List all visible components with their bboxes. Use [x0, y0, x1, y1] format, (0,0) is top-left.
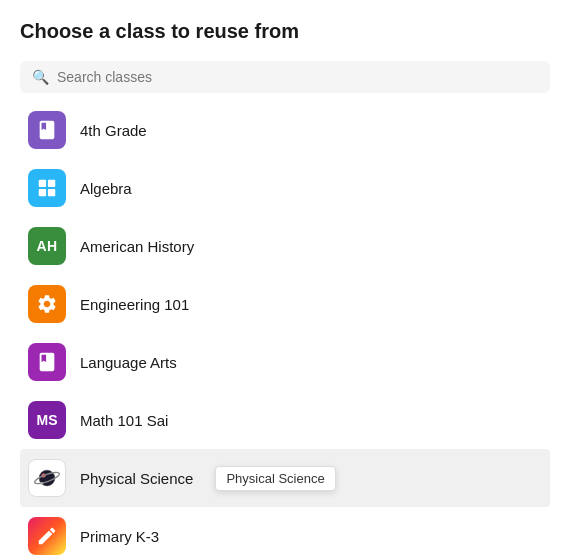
class-name: Algebra	[80, 180, 132, 197]
search-icon: 🔍	[32, 69, 49, 85]
svg-rect-0	[39, 180, 46, 187]
class-name: Math 101 Sai	[80, 412, 168, 429]
class-icon: AH	[28, 227, 66, 265]
class-icon	[28, 459, 66, 497]
svg-rect-1	[48, 180, 55, 187]
list-item[interactable]: Physical Science Physical Science	[20, 449, 550, 507]
class-name: Language Arts	[80, 354, 177, 371]
svg-rect-2	[39, 189, 46, 196]
list-item[interactable]: Primary K-3	[20, 507, 550, 558]
class-icon	[28, 517, 66, 555]
svg-rect-3	[48, 189, 55, 196]
class-icon: MS	[28, 401, 66, 439]
class-icon	[28, 343, 66, 381]
class-icon	[28, 169, 66, 207]
list-item[interactable]: 4th Grade	[20, 101, 550, 159]
class-name: Physical Science	[80, 470, 193, 487]
list-item[interactable]: Engineering 101	[20, 275, 550, 333]
class-name: American History	[80, 238, 194, 255]
search-input[interactable]	[57, 69, 538, 85]
class-list: 4th Grade Algebra AH American History	[20, 101, 550, 558]
svg-point-7	[40, 482, 43, 485]
class-name: Engineering 101	[80, 296, 189, 313]
search-container: 🔍	[20, 61, 550, 93]
class-name: 4th Grade	[80, 122, 147, 139]
class-icon	[28, 111, 66, 149]
list-item[interactable]: Algebra	[20, 159, 550, 217]
class-name: Primary K-3	[80, 528, 159, 545]
class-icon	[28, 285, 66, 323]
list-item[interactable]: AH American History	[20, 217, 550, 275]
list-item[interactable]: Language Arts	[20, 333, 550, 391]
tooltip: Physical Science	[215, 466, 335, 491]
page-title: Choose a class to reuse from	[20, 20, 550, 43]
list-item[interactable]: MS Math 101 Sai	[20, 391, 550, 449]
